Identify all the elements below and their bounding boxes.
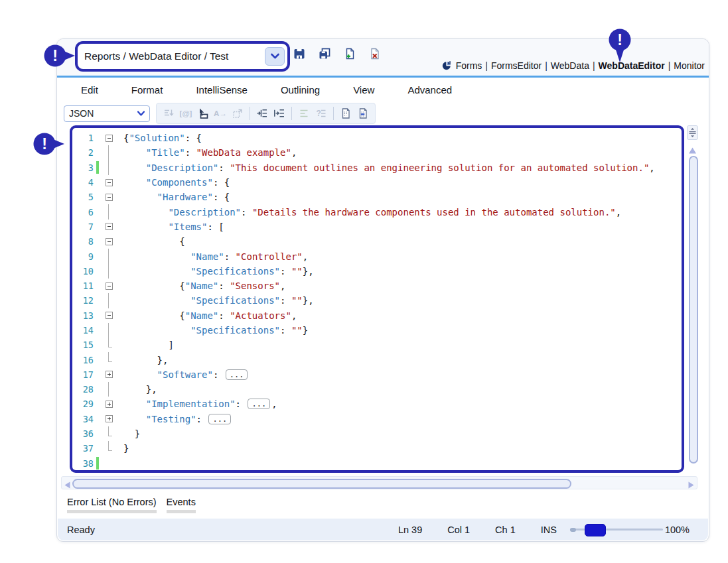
collapse-icon[interactable]	[106, 223, 113, 230]
menu-item-advanced[interactable]: Advanced	[407, 84, 452, 95]
save-icon[interactable]	[291, 45, 307, 62]
collapse-icon[interactable]	[106, 238, 113, 245]
editor-line[interactable]: 16 },	[72, 352, 682, 367]
code-text: ]	[123, 340, 174, 350]
code-text: "Software": ...	[123, 369, 249, 380]
editor-line[interactable]: 14 "Specifications": ""}	[72, 323, 682, 338]
new-document-icon[interactable]	[341, 45, 358, 62]
bottom-panel-tabs: Error List (No Errors) Events	[67, 497, 196, 513]
horizontal-scroll-thumb[interactable]	[72, 479, 571, 489]
editor-line[interactable]: 15 ]	[72, 338, 682, 352]
expand-icon[interactable]	[106, 401, 113, 408]
fold-collapse-box[interactable]	[104, 190, 113, 204]
editor-line[interactable]: 3 "Description": "This document outlines…	[72, 160, 682, 175]
fold-collapse-box[interactable]	[104, 219, 113, 234]
editor-line[interactable]: 1{"Solution": {	[72, 131, 682, 145]
rename-icon[interactable]: A→	[212, 105, 229, 121]
save-all-icon[interactable]	[316, 45, 332, 62]
editor-line[interactable]: 38	[72, 456, 682, 471]
editor-line[interactable]: 11 {"Name": "Sensors",	[72, 279, 682, 293]
editor-line[interactable]: 13 {"Name": "Actuators",	[72, 308, 682, 323]
comment-selection-icon[interactable]	[295, 105, 313, 121]
status-zoom-level: 100%	[665, 525, 690, 535]
nav-link-webdata[interactable]: WebData	[551, 60, 589, 71]
nav-link-forms[interactable]: Forms	[456, 60, 482, 71]
tab-error-list[interactable]: Error List (No Errors)	[67, 497, 157, 513]
code-segment: :	[218, 310, 230, 321]
editor-line[interactable]: 9 "Name": "Controller",	[72, 249, 682, 263]
splitter-grip[interactable]	[687, 125, 698, 140]
editor-line[interactable]: 34 "Testing": ...	[72, 412, 682, 426]
decrease-indent-icon[interactable]	[254, 105, 271, 121]
menu-item-view[interactable]: View	[353, 84, 374, 95]
dropdown-chevron-icon[interactable]	[265, 47, 285, 66]
line-number: 28	[72, 384, 94, 395]
editor-line[interactable]: 2 "Title": "WebData example",	[72, 145, 682, 160]
document-outline-icon[interactable]	[337, 105, 354, 121]
collapse-icon[interactable]	[106, 194, 113, 201]
editor-line[interactable]: 4 "Components": {	[72, 175, 682, 190]
uncomment-selection-icon[interactable]: ?	[313, 105, 330, 121]
fold-collapse-box[interactable]	[104, 279, 113, 293]
code-editor[interactable]: 1{"Solution": {2 "Title": "WebData examp…	[72, 128, 682, 470]
increase-indent-icon[interactable]	[271, 105, 288, 121]
fold-guide	[104, 441, 113, 456]
expand-icon[interactable]	[106, 415, 113, 422]
menu-item-edit[interactable]: Edit	[81, 84, 98, 95]
editor-line[interactable]: 36 }	[72, 426, 682, 441]
scroll-right-arrow[interactable]	[688, 479, 694, 491]
collapse-icon[interactable]	[106, 135, 113, 142]
document-collapse-icon[interactable]	[354, 105, 372, 121]
tab-events[interactable]: Events	[167, 497, 196, 513]
change-bar-slot	[96, 265, 99, 277]
menu-item-format[interactable]: Format	[131, 84, 163, 95]
code-segment: :	[280, 266, 291, 277]
fold-collapse-box[interactable]	[104, 131, 113, 145]
vertical-scroll-thumb[interactable]	[689, 156, 698, 464]
fold-guide	[104, 204, 113, 219]
nav-link-monitor[interactable]: Monitor	[674, 60, 705, 71]
fold-expand-box[interactable]	[104, 412, 113, 426]
menu-item-intellisense[interactable]: IntelliSense	[196, 84, 248, 95]
editor-line[interactable]: 37}	[72, 441, 682, 456]
scroll-up-arrow[interactable]	[688, 145, 697, 156]
fold-expand-box[interactable]	[104, 397, 113, 411]
fold-expand-box[interactable]	[104, 367, 113, 382]
report-path-dropdown[interactable]: Reports / WebData Editor / Test	[78, 44, 287, 69]
zoom-slider[interactable]	[570, 524, 663, 536]
change-bar-slot	[96, 324, 99, 337]
fold-collapse-box[interactable]	[104, 234, 113, 249]
change-bar-slot	[96, 383, 99, 396]
collapse-icon[interactable]	[106, 179, 113, 186]
nav-link-formseditor[interactable]: FormsEditor	[491, 60, 542, 71]
editor-line[interactable]: 29 "Implementation": ...,	[72, 397, 682, 411]
zoom-slider-thumb[interactable]	[585, 524, 606, 536]
collapse-icon[interactable]	[106, 312, 113, 319]
editor-line[interactable]: 28 },	[72, 382, 682, 397]
scroll-left-arrow[interactable]	[64, 479, 70, 491]
collapsed-region-box[interactable]: ...	[208, 414, 231, 424]
insert-snippet-icon[interactable]: [@]	[177, 105, 194, 121]
expand-icon[interactable]	[106, 371, 113, 378]
format-selection-icon[interactable]	[160, 105, 177, 121]
change-bar-slot	[96, 235, 99, 248]
collapse-icon[interactable]	[106, 282, 113, 290]
editor-line[interactable]: 10 "Specifications": ""},	[72, 264, 682, 279]
collapsed-region-box[interactable]: ...	[226, 369, 248, 380]
editor-line[interactable]: 8 {	[72, 234, 682, 249]
line-number: 34	[72, 414, 94, 424]
menu-item-outlining[interactable]: Outlining	[281, 84, 320, 95]
delete-document-icon[interactable]	[366, 45, 383, 62]
editor-line[interactable]: 6 "Description": "Details the hardware c…	[72, 204, 682, 219]
editor-line[interactable]: 5 "Hardware": {	[72, 190, 682, 204]
collapsed-region-box[interactable]: ...	[248, 399, 270, 409]
select-element-icon[interactable]	[194, 105, 212, 121]
editor-line[interactable]: 7 "Items": [	[72, 219, 682, 234]
fold-collapse-box[interactable]	[104, 308, 113, 323]
code-segment: },	[123, 355, 168, 365]
surround-with-icon[interactable]	[229, 105, 246, 121]
fold-collapse-box[interactable]	[104, 175, 113, 190]
editor-line[interactable]: 12 "Specifications": ""},	[72, 293, 682, 308]
editor-line[interactable]: 17 "Software": ...	[72, 367, 682, 382]
language-dropdown[interactable]: JSON	[64, 105, 150, 122]
